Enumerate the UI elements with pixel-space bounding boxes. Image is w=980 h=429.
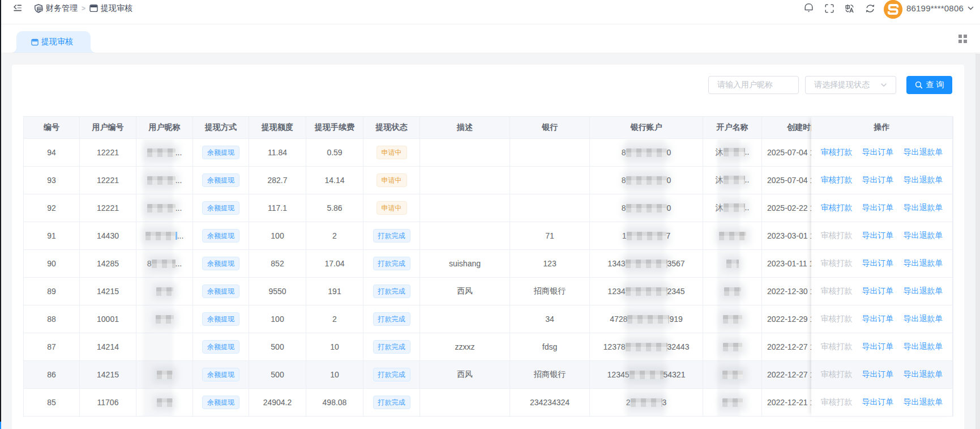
breadcrumb-item-finance[interactable]: 财务管理 <box>34 3 78 14</box>
censored-text <box>626 148 667 157</box>
method-tag: 余额提现 <box>202 229 239 243</box>
review-pay-link[interactable]: 审核打款 <box>821 342 853 352</box>
export-order-link[interactable]: 导出订单 <box>862 397 894 407</box>
table-cell: 沐.. <box>703 139 762 167</box>
review-pay-link[interactable]: 审核打款 <box>821 314 853 324</box>
export-refund-link[interactable]: 导出退款单 <box>904 175 943 185</box>
avatar[interactable] <box>884 0 902 19</box>
table-cell: suishang <box>420 250 510 278</box>
table-cell <box>703 361 762 389</box>
fullscreen-icon[interactable] <box>819 0 840 16</box>
review-pay-link[interactable]: 审核打款 <box>821 258 853 269</box>
sidebar-fold-icon[interactable] <box>14 4 22 11</box>
table-cell <box>420 139 510 167</box>
table-cell: 打款完成 <box>363 305 420 333</box>
table-cell: 80 <box>590 194 703 222</box>
table-cell: 招商银行 <box>510 361 590 389</box>
sidebar-active-item-edge <box>0 422 1 429</box>
query-button-label: 查 询 <box>926 80 944 90</box>
table-cell: 0.59 <box>306 139 363 167</box>
table-cell: ... <box>136 222 193 250</box>
export-order-link[interactable]: 导出订单 <box>862 258 894 269</box>
query-button[interactable]: 查 询 <box>906 76 952 94</box>
censored-text <box>631 398 662 407</box>
ops-row: 审核打款导出订单导出退款单 <box>811 305 952 333</box>
table-cell: 余额提现 <box>193 278 249 305</box>
status-tag: 打款完成 <box>373 257 410 270</box>
ops-row: 审核打款导出订单导出退款单 <box>811 139 952 167</box>
review-pay-link[interactable]: 审核打款 <box>821 286 853 296</box>
export-refund-link[interactable]: 导出退款单 <box>904 203 943 213</box>
export-refund-link[interactable]: 导出退款单 <box>904 314 943 324</box>
table-cell: 余额提现 <box>193 250 249 278</box>
export-refund-link[interactable]: 导出退款单 <box>904 231 943 241</box>
export-refund-link[interactable]: 导出退款单 <box>904 369 943 380</box>
method-tag: 余额提现 <box>202 173 239 187</box>
table-cell: 24904.2 <box>249 389 306 417</box>
ops-column-header: 操作 <box>811 117 952 139</box>
export-refund-link[interactable]: 导出退款单 <box>904 397 943 407</box>
table-cell: 500 <box>249 333 306 361</box>
export-order-link[interactable]: 导出订单 <box>862 286 894 296</box>
export-order-link[interactable]: 导出订单 <box>862 147 894 158</box>
table-cell: fdsg <box>510 333 590 361</box>
table-cell: 打款完成 <box>363 278 420 305</box>
censored-text <box>626 260 667 268</box>
table-cell <box>136 361 193 389</box>
review-pay-link[interactable]: 审核打款 <box>821 147 853 158</box>
table-cell: 117.1 <box>249 194 306 222</box>
breadcrumb-separator: > <box>82 5 85 12</box>
status-tag: 打款完成 <box>373 340 410 354</box>
export-order-link[interactable]: 导出订单 <box>862 342 894 352</box>
status-select[interactable]: 请选择提现状态 <box>805 76 896 94</box>
translate-icon[interactable] <box>840 0 860 16</box>
table-cell <box>703 250 762 278</box>
method-tag: 余额提现 <box>202 368 239 381</box>
status-tag: 打款完成 <box>373 396 410 409</box>
export-refund-link[interactable]: 导出退款单 <box>904 286 943 296</box>
table-cell: 4728919 <box>590 305 703 333</box>
table-cell: 余额提现 <box>193 389 249 417</box>
export-order-link[interactable]: 导出订单 <box>862 203 894 213</box>
table-cell <box>136 305 193 333</box>
tags-grid-icon[interactable] <box>958 35 967 43</box>
review-pay-link[interactable]: 审核打款 <box>821 231 853 241</box>
review-pay-link[interactable]: 审核打款 <box>821 397 853 407</box>
refresh-icon[interactable] <box>860 0 880 16</box>
table-cell: 2 <box>306 222 363 250</box>
censored-text <box>147 204 176 213</box>
username[interactable]: 86199****0806 <box>906 3 964 13</box>
nickname-search-input[interactable]: 请输入用户昵称 <box>708 76 799 94</box>
export-order-link[interactable]: 导出订单 <box>862 369 894 380</box>
table-cell <box>136 278 193 305</box>
scrollbar-track[interactable] <box>975 54 980 429</box>
review-pay-link[interactable]: 审核打款 <box>821 203 853 213</box>
table-cell: 余额提现 <box>193 194 249 222</box>
export-refund-link[interactable]: 导出退款单 <box>904 342 943 352</box>
censored-text <box>147 176 176 185</box>
export-refund-link[interactable]: 导出退款单 <box>904 258 943 269</box>
export-order-link[interactable]: 导出订单 <box>862 175 894 185</box>
table-cell: 余额提现 <box>193 361 249 389</box>
table-cell <box>420 194 510 222</box>
censored-text <box>156 315 174 324</box>
export-refund-link[interactable]: 导出退款单 <box>904 147 943 158</box>
table-cell: 852 <box>249 250 306 278</box>
table-cell: 沐.. <box>703 167 762 194</box>
export-order-link[interactable]: 导出订单 <box>862 314 894 324</box>
breadcrumb: 财务管理 > 提现审核 <box>34 0 132 16</box>
table-cell: 14215 <box>80 361 136 389</box>
table-cell: 91 <box>24 222 80 250</box>
chevron-down-icon[interactable] <box>967 5 974 12</box>
review-pay-link[interactable]: 审核打款 <box>821 369 853 380</box>
table-cell: 8... <box>136 250 193 278</box>
tab-withdraw-review[interactable]: 提现审核 <box>16 31 91 53</box>
breadcrumb-label: 提现审核 <box>101 3 132 14</box>
table-cell: 申请中 <box>363 194 420 222</box>
table-cell: 14215 <box>80 278 136 305</box>
export-order-link[interactable]: 导出订单 <box>862 231 894 241</box>
notification-bell-icon[interactable] <box>799 0 819 16</box>
table-cell: 打款完成 <box>363 222 420 250</box>
censored-text <box>147 148 176 157</box>
review-pay-link[interactable]: 审核打款 <box>821 175 853 185</box>
